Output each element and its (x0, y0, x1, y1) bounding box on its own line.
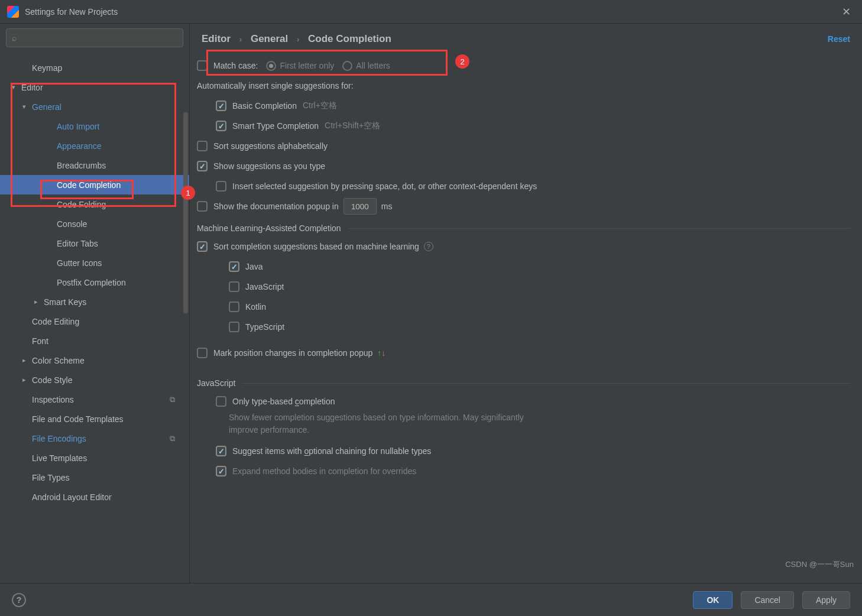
chevron-icon: ▸ (22, 356, 31, 364)
show-as-type-label: Show suggestions as you type (213, 161, 325, 171)
copy-icon[interactable]: ⧉ (170, 395, 175, 404)
breadcrumb-general[interactable]: General (251, 33, 288, 44)
auto-insert-header: Automatically insert single suggestions … (193, 76, 850, 96)
sidebar-item-smart-keys[interactable]: ▸Smart Keys (0, 292, 189, 312)
java-checkbox[interactable] (229, 261, 239, 272)
basic-completion-checkbox[interactable] (216, 100, 226, 111)
first-letter-radio[interactable] (266, 61, 276, 71)
sidebar-item-file-encodings[interactable]: File Encodings⧉ (0, 429, 189, 448)
ml-sort-checkbox[interactable] (197, 241, 208, 252)
breadcrumb-editor[interactable]: Editor (202, 33, 231, 44)
basic-shortcut: Ctrl+空格 (303, 100, 337, 111)
sidebar-item-label: Font (32, 336, 48, 346)
ml-section-header: Machine Learning-Assisted Completion (193, 223, 850, 233)
sidebar-item-gutter-icons[interactable]: Gutter Icons (0, 253, 189, 273)
sidebar: ⌕ Keymap▾Editor▾GeneralAuto ImportAppear… (0, 24, 189, 583)
sidebar-item-label: Code Editing (32, 317, 79, 326)
sidebar-item-postfix-completion[interactable]: Postfix Completion (0, 273, 189, 292)
sidebar-item-code-style[interactable]: ▸Code Style (0, 370, 189, 390)
sidebar-item-auto-import[interactable]: Auto Import (0, 116, 189, 136)
copy-icon[interactable]: ⧉ (170, 434, 175, 443)
sort-alpha-checkbox[interactable] (197, 141, 208, 151)
sidebar-item-label: General (32, 102, 61, 112)
sidebar-item-console[interactable]: Console (0, 214, 189, 234)
match-case-row: Match case: First letter only All letter… (193, 56, 850, 76)
doc-delay-input[interactable] (343, 198, 377, 215)
sidebar-item-breadcrumbs[interactable]: Breadcrumbs (0, 155, 189, 175)
titlebar: Settings for New Projects ✕ (0, 0, 862, 24)
scrollbar[interactable] (183, 112, 188, 313)
cancel-button[interactable]: Cancel (741, 591, 794, 609)
sidebar-item-label: Auto Import (57, 122, 99, 131)
sidebar-item-code-folding[interactable]: Code Folding (0, 194, 189, 214)
sidebar-item-label: Inspections (32, 395, 74, 404)
sidebar-item-label: File and Code Templates (32, 414, 124, 424)
close-icon[interactable]: ✕ (837, 5, 855, 18)
basic-completion-label: Basic Completion (232, 101, 297, 111)
sidebar-item-code-editing[interactable]: Code Editing (0, 312, 189, 331)
sidebar-item-appearance[interactable]: Appearance (0, 136, 189, 155)
mark-position-checkbox[interactable] (197, 348, 208, 358)
sidebar-item-font[interactable]: Font (0, 331, 189, 351)
expand-overrides-checkbox[interactable] (216, 466, 226, 476)
help-icon[interactable]: ? (424, 242, 433, 251)
match-case-checkbox[interactable] (197, 60, 208, 71)
expand-overrides-label: Expand method bodies in completion for o… (232, 466, 416, 476)
window-title: Settings for New Projects (25, 7, 837, 17)
content-panel: Editor › General › Code Completion Reset… (189, 24, 862, 583)
sidebar-item-live-templates[interactable]: Live Templates (0, 448, 189, 468)
callout-badge-2: 2 (455, 54, 469, 69)
sidebar-item-label: Editor (21, 83, 43, 92)
sort-alpha-label: Sort suggestions alphabetically (213, 141, 328, 151)
sidebar-item-file-and-code-templates[interactable]: File and Code Templates (0, 409, 189, 429)
sidebar-item-label: Breadcrumbs (57, 161, 106, 170)
sidebar-item-code-completion[interactable]: Code Completion (0, 175, 189, 194)
show-doc-label-pre: Show the documentation popup in (213, 202, 339, 211)
sidebar-item-file-types[interactable]: File Types (0, 468, 189, 487)
sidebar-item-label: Live Templates (32, 453, 87, 463)
sidebar-item-editor-tabs[interactable]: Editor Tabs (0, 234, 189, 253)
show-as-type-checkbox[interactable] (197, 161, 208, 171)
insert-keys-checkbox[interactable] (216, 181, 226, 192)
suggest-optional-label: Suggest items with optional chaining for… (232, 446, 431, 456)
sidebar-item-android-layout-editor[interactable]: Android Layout Editor (0, 487, 189, 507)
sidebar-item-label: Appearance (57, 141, 102, 151)
search-icon: ⌕ (12, 33, 17, 43)
smart-completion-label: Smart Type Completion (232, 121, 319, 131)
watermark: CSDN @一一哥Sun (785, 559, 854, 570)
sidebar-item-editor[interactable]: ▾Editor (0, 77, 189, 97)
app-logo-icon (7, 6, 19, 18)
sidebar-item-inspections[interactable]: Inspections⧉ (0, 390, 189, 409)
sidebar-item-color-scheme[interactable]: ▸Color Scheme (0, 351, 189, 370)
apply-button[interactable]: Apply (802, 591, 850, 609)
sidebar-item-keymap[interactable]: Keymap (0, 58, 189, 77)
javascript-label: JavaScript (245, 282, 284, 291)
breadcrumb-code-completion: Code Completion (308, 33, 391, 44)
callout-badge-1: 1 (181, 186, 195, 200)
sidebar-item-general[interactable]: ▾General (0, 97, 189, 116)
show-doc-checkbox[interactable] (197, 201, 208, 212)
typescript-checkbox[interactable] (229, 322, 239, 332)
show-doc-label-suf: ms (381, 202, 393, 211)
position-arrows-icon: ↑↓ (377, 348, 385, 358)
reset-link[interactable]: Reset (828, 34, 850, 44)
ml-sort-label: Sort completion suggestions based on mac… (213, 242, 419, 251)
sidebar-item-label: Color Scheme (32, 356, 85, 365)
search-input[interactable] (6, 28, 183, 47)
kotlin-checkbox[interactable] (229, 301, 239, 312)
sidebar-item-label: Gutter Icons (57, 258, 102, 268)
help-button[interactable]: ? (12, 593, 26, 607)
suggest-optional-checkbox[interactable] (216, 446, 226, 456)
kotlin-label: Kotlin (245, 302, 266, 312)
smart-completion-checkbox[interactable] (216, 121, 226, 131)
all-letters-radio[interactable] (342, 61, 352, 71)
chevron-icon: ▸ (22, 376, 31, 384)
mark-position-label: Mark position changes in completion popu… (213, 348, 372, 358)
typescript-label: TypeScript (245, 322, 284, 332)
javascript-checkbox[interactable] (229, 281, 239, 292)
chevron-icon: ▾ (22, 103, 31, 111)
sidebar-item-label: Editor Tabs (57, 239, 98, 248)
chevron-right-icon: › (239, 35, 242, 44)
ok-button[interactable]: OK (693, 591, 733, 609)
only-type-checkbox[interactable] (216, 396, 226, 407)
